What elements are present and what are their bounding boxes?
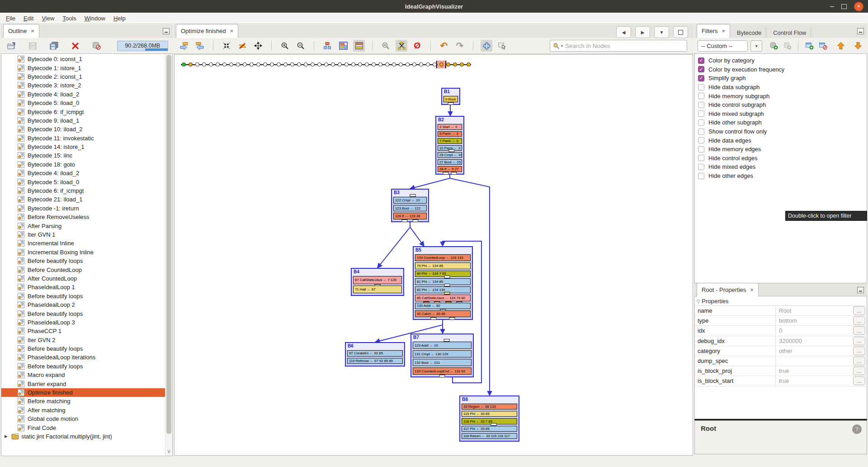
graph-node[interactable]: 80 Phi ← 134 7 85	[415, 271, 471, 277]
checkbox-unchecked[interactable]	[698, 164, 704, 170]
tree-item-phase[interactable]: Bytecode 6: if_icmpgt	[1, 107, 172, 116]
graph-node[interactable]: 126 If ← 123 28	[393, 213, 427, 219]
scrollbar-thumb[interactable]	[166, 55, 171, 434]
graph-node[interactable]: 132 Bool ← 131	[413, 359, 472, 366]
checkbox-checked[interactable]: ✓	[698, 57, 704, 64]
remove-button[interactable]	[69, 40, 81, 52]
new-filter-window-button[interactable]	[803, 40, 815, 52]
basic-block-b1[interactable]: B10 Root	[441, 88, 460, 105]
filter-item[interactable]: Hide mixed subgraph	[695, 110, 867, 119]
tab-control-flow[interactable]: Control Flow	[769, 27, 811, 38]
basic-block-b3[interactable]: B3122 CmpI ← 10123 Bool ← 122126 If ← 12…	[391, 189, 429, 222]
timeline-phase-dot[interactable]	[304, 62, 308, 67]
timeline-phase-dot[interactable]	[365, 62, 369, 67]
tree-item-phase[interactable]: Bytecode 4: iload_2	[1, 169, 172, 177]
checkbox-unchecked[interactable]	[698, 102, 704, 108]
filter-profile-select[interactable]: -- Custom --	[698, 40, 748, 52]
tree-item-phase[interactable]: Before RemoveUseless	[1, 213, 172, 221]
graph-node[interactable]: 133 CountedLoopEnd ← 132 92	[413, 367, 472, 375]
tree-item-phase[interactable]: Bytecode 14: istore_1	[1, 143, 172, 151]
tab-outline[interactable]: Outline ×	[3, 24, 39, 38]
timeline-phase-dot[interactable]	[263, 62, 267, 67]
timeline-phase-dot[interactable]	[283, 62, 288, 67]
tree-item-phase[interactable]: Barrier expand	[1, 379, 172, 388]
tree-item-phase[interactable]: PhaseIdealLoop 2	[1, 300, 172, 309]
property-value[interactable]: true	[776, 377, 853, 384]
filter-item[interactable]: ✓Color by execution frequency	[695, 65, 867, 74]
property-edit-button[interactable]: …	[853, 367, 865, 375]
checkbox-unchecked[interactable]	[698, 84, 704, 91]
tree-item-phase[interactable]: Iter GVN 2	[1, 336, 172, 344]
graph-node[interactable]: 116 Phi ← 33 7 85	[462, 418, 517, 424]
tree-item-phase[interactable]: After Parsing	[1, 221, 172, 230]
timeline-phase-dot[interactable]	[406, 62, 410, 67]
graph-node[interactable]: 115 Phi ← 33 85	[462, 411, 517, 417]
menu-view[interactable]: View	[38, 14, 58, 23]
filter-item[interactable]: Hide control edges	[695, 154, 867, 163]
property-value[interactable]: Root	[776, 307, 853, 314]
tree-item-phase[interactable]: Bytecode 2: iconst_1	[1, 72, 172, 81]
shrink-diagram-button[interactable]	[221, 40, 232, 52]
graph-node[interactable]: 79 Phi ← 134 85	[415, 262, 471, 269]
move-filter-down-button[interactable]	[852, 40, 864, 52]
tree-item-phase[interactable]: Bytecode 1: istore_1	[1, 63, 172, 72]
timeline-phase-dot[interactable]	[222, 62, 226, 67]
checkbox-unchecked[interactable]	[698, 93, 704, 99]
tree-item-phase[interactable]: Before beautify loops	[1, 344, 172, 353]
graph-node[interactable]: 5 Parm ← 3	[438, 131, 462, 137]
property-value[interactable]: true	[776, 367, 853, 374]
filter-item[interactable]: Hide memory edges	[695, 145, 867, 154]
undo-button[interactable]: ↶	[438, 40, 450, 52]
outline-scrollbar[interactable]: ∨	[165, 54, 172, 456]
timeline-phase-dot[interactable]	[460, 62, 464, 67]
tree-item-phase[interactable]: Bytecode 6: if_icmpgt	[1, 186, 172, 195]
tree-item-phase[interactable]: Before CountedLoop	[1, 265, 172, 274]
timeline-phase-dot[interactable]	[453, 62, 457, 67]
filter-item[interactable]: Hide data subgraph	[695, 83, 867, 92]
basic-block-b4[interactable]: B467 CallStaticJava ← 7 12671 Halt ← 67	[351, 268, 404, 296]
tree-item-method[interactable]: ▶static jint Factorial.multiply(jint, ji…	[1, 432, 172, 441]
timeline-phase-dot[interactable]	[195, 62, 199, 67]
property-value[interactable]: 0	[776, 327, 853, 334]
timeline-phase-dot[interactable]	[250, 62, 254, 67]
graph-node[interactable]: 33 Region ← 28 133	[462, 404, 517, 410]
tree-item-phase[interactable]: Bytecode 3: istore_2	[1, 81, 172, 90]
panel-minimize-icon[interactable]	[163, 28, 170, 34]
graph-node[interactable]: 67 CallStaticJava ← 7 126	[353, 276, 402, 284]
graph-node[interactable]: 27 Bool ← 25	[438, 159, 462, 165]
graph-node[interactable]: 97 CreateEx ← 92 85	[347, 350, 403, 357]
property-edit-button[interactable]: …	[853, 326, 865, 335]
search-box[interactable]: ▾	[550, 40, 687, 52]
graph-node[interactable]: 119 Rethrow ← 97 92 85 85	[347, 358, 403, 364]
menu-file[interactable]: File	[2, 14, 19, 23]
graph-canvas[interactable]: B10 RootB23 Start ← 05 Parm ← 37 Parm ← …	[174, 54, 693, 456]
basic-block-b5[interactable]: B5134 CountedLoop ← 126 13379 Phi ← 134 …	[413, 246, 473, 320]
tab-close-icon[interactable]: ×	[31, 28, 34, 34]
tree-item-phase[interactable]: Incremental Inline	[1, 239, 172, 248]
twisty-collapsed-icon[interactable]: ▶	[3, 434, 9, 438]
checkbox-unchecked[interactable]	[698, 119, 704, 126]
tree-item-phase[interactable]: After matching	[1, 406, 172, 415]
timeline-phase-dot[interactable]	[277, 62, 281, 67]
tree-item-phase[interactable]: Bytecode -1: ireturn	[1, 204, 172, 213]
tree-item-phase[interactable]: Before beautify loops	[1, 292, 172, 300]
graph-node[interactable]: 25 CmpI ← 10	[438, 152, 462, 158]
search-options-icon[interactable]: ▾	[561, 44, 563, 48]
timeline-phase-dot[interactable]	[338, 62, 342, 67]
menu-help[interactable]: Help	[109, 14, 130, 23]
timeline-phase-dot[interactable]	[372, 62, 376, 67]
export-graph-button[interactable]	[178, 40, 190, 52]
zoom-in-button[interactable]	[279, 40, 291, 52]
timeline-phase-dot[interactable]	[229, 62, 233, 67]
menu-tools[interactable]: Tools	[58, 14, 80, 23]
expand-diagram-button[interactable]	[252, 40, 264, 52]
filter-item[interactable]: ✓Simplify graph	[695, 74, 867, 83]
clean-cache-button[interactable]	[90, 40, 102, 52]
move-filter-up-button[interactable]	[835, 40, 847, 52]
tree-item-phase[interactable]: Before matching	[1, 397, 172, 405]
timeline-phase-dot[interactable]	[399, 62, 403, 67]
property-value[interactable]: 3200000	[776, 338, 853, 344]
tree-item-phase[interactable]: Bytecode 5: iload_0	[1, 177, 172, 186]
cluster-layout-button[interactable]	[337, 40, 349, 52]
property-edit-button[interactable]: …	[853, 337, 865, 345]
